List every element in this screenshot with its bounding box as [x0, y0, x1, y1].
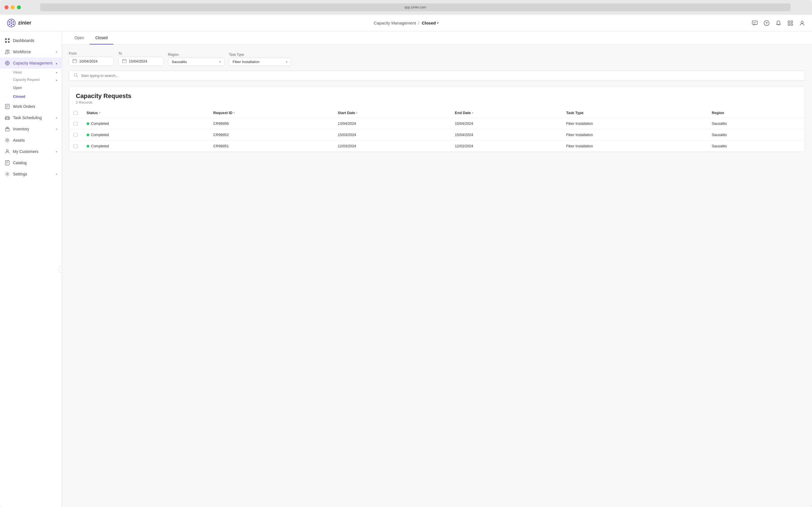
svg-rect-15: [788, 24, 790, 25]
svg-rect-14: [791, 21, 793, 22]
status-sort-icon[interactable]: ▾: [99, 112, 100, 114]
tab-closed[interactable]: Closed: [90, 32, 113, 45]
sidebar-item-capacity-management[interactable]: Capacity Management ▴: [0, 57, 62, 69]
sidebar-item-workforce[interactable]: Workforce ▾: [0, 46, 62, 57]
workforce-chevron-icon: ▾: [56, 50, 57, 54]
table-header-row: Status ▾ Request ID ▾: [69, 108, 805, 118]
sidebar-item-work-orders[interactable]: Work Orders: [0, 101, 62, 112]
navbar: zinier Capacity Management / Closed ▾: [0, 15, 812, 32]
inventory-chevron-icon: ▾: [56, 128, 57, 131]
assets-icon: [4, 137, 10, 143]
filter-task-type-group: Task Type Fiber Installation Cable Insta…: [229, 53, 291, 66]
sidebar-sub-item-closed[interactable]: Closed: [0, 92, 62, 101]
search-bar[interactable]: [69, 70, 805, 81]
sidebar-item-my-customers[interactable]: My Customers ▾: [0, 146, 62, 157]
minimize-button[interactable]: [11, 5, 15, 9]
help-icon[interactable]: ?: [763, 20, 770, 26]
sidebar-views-section[interactable]: Views ▾: [0, 69, 62, 76]
url-text: app.zinier.com: [404, 5, 426, 9]
row-start-date-2: 12/03/2024: [333, 140, 450, 152]
sidebar-sub-item-open[interactable]: Open: [0, 83, 62, 92]
capacity-requests-table: Status ▾ Request ID ▾: [69, 108, 805, 152]
row-checkbox-2[interactable]: [73, 144, 78, 148]
start-date-sort-icon[interactable]: ▾: [356, 112, 357, 114]
sidebar-item-inventory[interactable]: Inventory ▾: [0, 123, 62, 135]
row-start-date-0: 13/04/2024: [333, 118, 450, 129]
svg-point-35: [6, 118, 7, 119]
workforce-icon: [4, 49, 10, 55]
row-checkbox-0[interactable]: [73, 122, 78, 126]
end-date-sort-icon[interactable]: ▾: [472, 112, 473, 114]
sidebar-capacity-request-section[interactable]: Capacity Request ▴: [0, 76, 62, 83]
sidebar-workforce-label: Workforce: [13, 50, 53, 54]
filter-to-group: To: [118, 52, 163, 66]
table-row[interactable]: Completed CR99952 15/03/2024 15/04/2024 …: [69, 129, 805, 140]
filter-region-select[interactable]: Sausalito San Francisco Oakland ▾: [168, 58, 224, 66]
svg-rect-13: [788, 21, 790, 22]
row-end-date-1: 15/04/2024: [450, 129, 562, 140]
breadcrumb-parent[interactable]: Capacity Management: [373, 20, 416, 25]
svg-point-6: [13, 23, 14, 25]
sidebar-work-orders-label: Work Orders: [13, 104, 57, 109]
task-type-select-input[interactable]: Fiber Installation Cable Installation Ne…: [233, 60, 287, 64]
svg-point-4: [13, 21, 14, 22]
row-checkbox-cell: [69, 129, 82, 140]
svg-point-47: [7, 173, 8, 175]
filter-from-input[interactable]: [69, 57, 114, 66]
maximize-button[interactable]: [17, 5, 21, 9]
svg-rect-18: [5, 38, 7, 40]
collapse-sidebar-button[interactable]: ‹: [58, 266, 62, 273]
from-date-input[interactable]: [79, 59, 107, 63]
sidebar-item-settings[interactable]: Settings ▾: [0, 168, 62, 180]
main-layout: ‹ Dashboards: [0, 32, 812, 507]
user-icon[interactable]: [799, 20, 805, 26]
svg-rect-8: [752, 21, 757, 24]
views-chevron-icon: ▾: [56, 71, 57, 74]
capacity-requests-card: Capacity Requests 2 Records: [69, 87, 805, 152]
sidebar-item-dashboards[interactable]: Dashboards: [0, 35, 62, 46]
svg-point-2: [11, 22, 12, 24]
window-chrome: app.zinier.com: [0, 0, 812, 15]
sidebar-item-assets[interactable]: Assets: [0, 135, 62, 146]
search-input[interactable]: [81, 73, 801, 78]
svg-point-1: [11, 20, 12, 21]
breadcrumb-separator: /: [418, 20, 419, 25]
to-date-input[interactable]: [129, 59, 157, 63]
svg-point-23: [8, 50, 9, 52]
table-row[interactable]: Completed CR99951 12/03/2024 12/03/2024 …: [69, 140, 805, 152]
sidebar-item-catalog[interactable]: Catalog: [0, 157, 62, 168]
row-status-0: Completed: [82, 118, 209, 129]
grid-icon[interactable]: [787, 20, 794, 26]
row-request-id-0: CR99956: [209, 118, 334, 129]
bell-icon[interactable]: [775, 20, 781, 26]
table-row[interactable]: Completed CR99956 13/04/2024 15/04/2024 …: [69, 118, 805, 129]
close-button[interactable]: [4, 5, 8, 9]
app-container: zinier Capacity Management / Closed ▾: [0, 15, 812, 507]
row-task-type-2: Fiber Installation: [562, 140, 707, 152]
header-request-id: Request ID ▾: [209, 108, 334, 118]
svg-rect-21: [8, 41, 10, 43]
svg-point-3: [9, 21, 10, 22]
chat-icon[interactable]: [752, 20, 758, 26]
sidebar-item-task-scheduling[interactable]: Task Scheduling ▾: [0, 112, 62, 123]
logo-text: zinier: [18, 20, 31, 26]
sidebar-capacity-management-label: Capacity Management: [13, 61, 53, 65]
request-id-sort-icon[interactable]: ▾: [234, 112, 235, 114]
svg-point-7: [11, 24, 12, 26]
filter-task-type-select[interactable]: Fiber Installation Cable Installation Ne…: [229, 58, 291, 66]
filter-to-input[interactable]: [118, 57, 163, 66]
url-bar[interactable]: app.zinier.com: [40, 3, 791, 11]
header-checkbox-cell: [69, 108, 82, 118]
region-select-input[interactable]: Sausalito San Francisco Oakland: [172, 60, 221, 64]
select-all-checkbox[interactable]: [73, 111, 78, 115]
work-orders-icon: [4, 104, 10, 109]
filter-task-type-label: Task Type: [229, 53, 291, 57]
sidebar-catalog-label: Catalog: [13, 161, 57, 165]
nav-actions: ?: [752, 20, 805, 26]
row-checkbox-1[interactable]: [73, 133, 78, 137]
row-checkbox-cell: [69, 140, 82, 152]
breadcrumb-chevron-icon[interactable]: ▾: [437, 21, 439, 24]
row-region-2: Sausalito: [707, 140, 805, 152]
region-select-arrow-icon: ▾: [219, 60, 221, 63]
tab-open[interactable]: Open: [69, 32, 90, 45]
